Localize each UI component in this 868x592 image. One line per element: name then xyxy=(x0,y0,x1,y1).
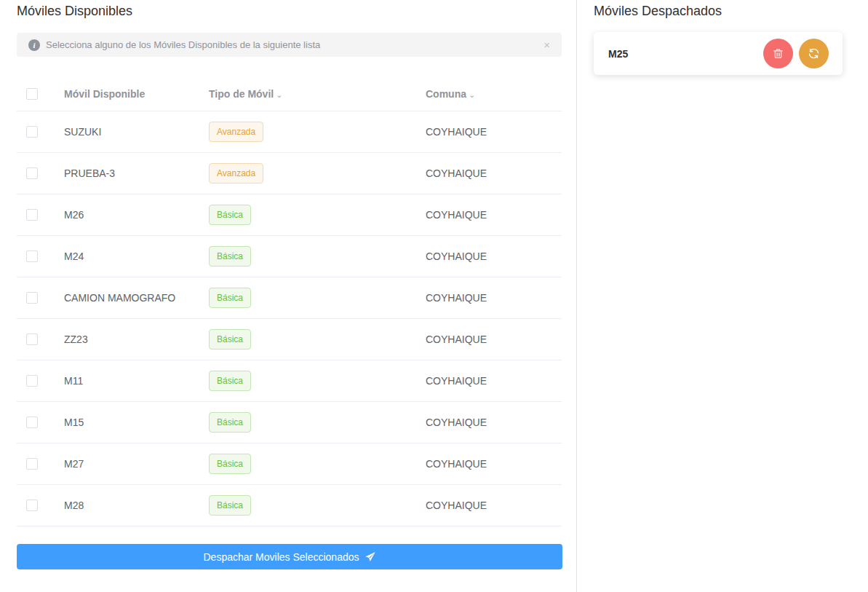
available-mobiles-table: Móvil Disponible Tipo de Móvil⌄ Comuna⌄ … xyxy=(17,77,562,526)
movil-name: ZZ23 xyxy=(64,334,209,345)
trash-icon xyxy=(772,47,784,60)
movil-name: SUZUKI xyxy=(64,126,209,138)
table-row: M24 Básica COYHAIQUE xyxy=(17,236,562,277)
comuna-cell: COYHAIQUE xyxy=(426,500,562,511)
row-checkbox[interactable] xyxy=(26,250,38,262)
card-actions xyxy=(763,39,829,68)
refresh-icon xyxy=(808,47,820,60)
tipo-badge: Avanzada xyxy=(209,163,263,183)
delete-button[interactable] xyxy=(763,39,793,68)
comuna-cell: COYHAIQUE xyxy=(426,375,562,387)
dispatch-button-label: Despachar Moviles Seleccionados xyxy=(204,551,359,563)
select-all-checkbox[interactable] xyxy=(26,88,38,100)
tipo-badge: Básica xyxy=(209,329,251,350)
comuna-cell: COYHAIQUE xyxy=(426,126,562,138)
dispatched-title: Móviles Despachados xyxy=(594,2,843,20)
comuna-cell: COYHAIQUE xyxy=(426,292,562,304)
comuna-cell: COYHAIQUE xyxy=(426,209,562,221)
header-comuna-label: Comuna xyxy=(426,88,466,100)
info-icon: i xyxy=(28,39,40,51)
table-row: PRUEBA-3 Avanzada COYHAIQUE xyxy=(17,153,562,194)
dispatched-card: M25 xyxy=(594,32,843,75)
comuna-cell: COYHAIQUE xyxy=(426,334,562,345)
dispatched-mobiles-panel: Móviles Despachados M25 xyxy=(577,0,868,592)
table-row: CAMION MAMOGRAFO Básica COYHAIQUE xyxy=(17,277,562,319)
table-row: M26 Básica COYHAIQUE xyxy=(17,194,562,236)
tipo-badge: Básica xyxy=(209,454,251,474)
movil-name: M27 xyxy=(64,458,209,470)
movil-name: M28 xyxy=(64,500,209,511)
info-alert: i Selecciona alguno de los Móviles Dispo… xyxy=(17,33,562,57)
movil-name: CAMION MAMOGRAFO xyxy=(64,292,209,304)
comuna-cell: COYHAIQUE xyxy=(426,458,562,470)
table-header-row: Móvil Disponible Tipo de Móvil⌄ Comuna⌄ xyxy=(17,77,562,111)
movil-name: PRUEBA-3 xyxy=(64,167,209,179)
dispatched-movil-label: M25 xyxy=(608,48,628,60)
info-alert-text: Selecciona alguno de los Móviles Disponi… xyxy=(46,39,320,50)
chevron-down-icon[interactable]: ⌄ xyxy=(469,90,475,99)
movil-name: M26 xyxy=(64,209,209,221)
tipo-badge: Básica xyxy=(209,246,251,267)
send-icon xyxy=(365,551,376,563)
row-checkbox[interactable] xyxy=(26,167,38,179)
comuna-cell: COYHAIQUE xyxy=(426,417,562,428)
table-row: M28 Básica COYHAIQUE xyxy=(17,485,562,526)
header-comuna[interactable]: Comuna⌄ xyxy=(426,88,562,100)
comuna-cell: COYHAIQUE xyxy=(426,250,562,262)
close-icon[interactable]: × xyxy=(536,39,550,50)
row-checkbox[interactable] xyxy=(26,334,38,345)
tipo-badge: Básica xyxy=(209,288,251,308)
movil-name: M24 xyxy=(64,250,209,262)
table-row: ZZ23 Básica COYHAIQUE xyxy=(17,319,562,360)
header-movil-disponible: Móvil Disponible xyxy=(64,88,209,100)
row-checkbox[interactable] xyxy=(26,500,38,511)
table-row: M27 Básica COYHAIQUE xyxy=(17,443,562,485)
movil-name: M15 xyxy=(64,417,209,428)
tipo-badge: Avanzada xyxy=(209,122,263,142)
comuna-cell: COYHAIQUE xyxy=(426,167,562,179)
table-row: SUZUKI Avanzada COYHAIQUE xyxy=(17,111,562,153)
row-checkbox[interactable] xyxy=(26,375,38,387)
tipo-badge: Básica xyxy=(209,205,251,225)
page: Móviles Disponibles i Selecciona alguno … xyxy=(0,0,868,592)
row-checkbox[interactable] xyxy=(26,126,38,138)
header-tipo-de-movil[interactable]: Tipo de Móvil⌄ xyxy=(209,88,426,100)
row-checkbox[interactable] xyxy=(26,458,38,470)
header-tipo-label: Tipo de Móvil xyxy=(209,88,274,100)
row-checkbox[interactable] xyxy=(26,209,38,221)
row-checkbox[interactable] xyxy=(26,417,38,428)
available-mobiles-panel: Móviles Disponibles i Selecciona alguno … xyxy=(0,0,577,592)
refresh-button[interactable] xyxy=(799,39,829,68)
page-title: Móviles Disponibles xyxy=(17,2,562,20)
table-row: M15 Básica COYHAIQUE xyxy=(17,402,562,443)
table-row: M11 Básica COYHAIQUE xyxy=(17,360,562,402)
dispatch-selected-button[interactable]: Despachar Moviles Seleccionados xyxy=(17,544,562,569)
movil-name: M11 xyxy=(64,375,209,387)
row-checkbox[interactable] xyxy=(26,292,38,304)
tipo-badge: Básica xyxy=(209,495,251,516)
chevron-down-icon[interactable]: ⌄ xyxy=(276,90,282,99)
tipo-badge: Básica xyxy=(209,371,251,391)
tipo-badge: Básica xyxy=(209,412,251,433)
